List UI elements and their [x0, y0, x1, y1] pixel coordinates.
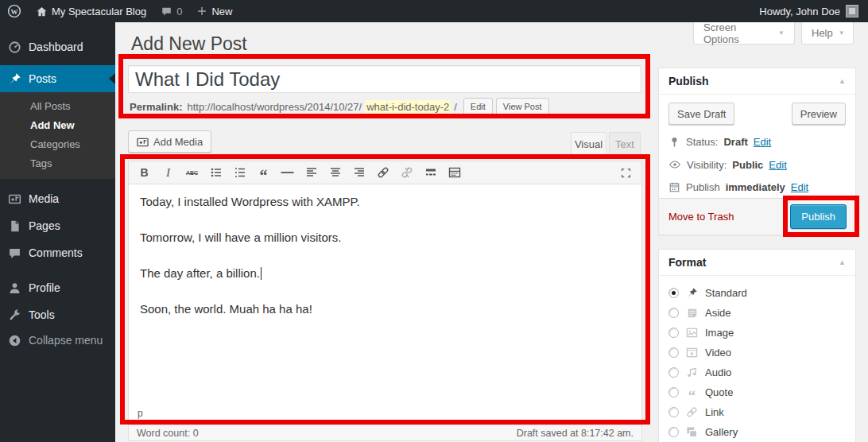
submenu-item-categories[interactable]: Categories: [0, 134, 115, 153]
view-post-button[interactable]: View Post: [496, 98, 549, 115]
publish-button[interactable]: Publish: [790, 204, 847, 229]
collapse-menu-button[interactable]: Collapse menu: [0, 327, 115, 354]
edit-status-link[interactable]: Edit: [754, 136, 771, 148]
new-label: New: [211, 6, 232, 17]
sidebar-item-pages[interactable]: Pages: [0, 212, 115, 239]
bold-icon[interactable]: B: [136, 165, 153, 181]
radio-unselected[interactable]: [668, 387, 679, 397]
radio-unselected[interactable]: [668, 407, 679, 417]
edit-permalink-button[interactable]: Edit: [463, 98, 493, 115]
sidebar-item-posts[interactable]: Posts: [0, 65, 115, 92]
publish-metabox-title: Publish: [668, 75, 709, 87]
permalink-suffix: /: [454, 101, 457, 113]
insert-link-icon[interactable]: [374, 165, 391, 181]
distraction-free-icon[interactable]: [618, 165, 634, 181]
sidebar-item-label: Dashboard: [29, 41, 83, 53]
permalink-label: Permalink:: [130, 101, 182, 113]
text-tab[interactable]: Text: [609, 132, 641, 156]
wordpress-logo-menu[interactable]: W: [0, 0, 29, 22]
collapse-icon: [8, 334, 21, 347]
format-metabox-header[interactable]: Format ▲: [659, 250, 855, 276]
format-option-aside[interactable]: Aside: [668, 303, 855, 323]
admin-bar-site-menu[interactable]: My Spectacular Blog: [29, 0, 153, 22]
format-option-video[interactable]: Video: [668, 343, 855, 363]
insert-more-tag-icon[interactable]: [422, 165, 439, 181]
format-option-standard[interactable]: Standard: [668, 283, 855, 303]
permalink-slug: what-i-did-today-2: [365, 100, 451, 114]
align-left-icon[interactable]: [303, 165, 320, 181]
collapse-toggle-icon[interactable]: ▲: [839, 258, 846, 266]
align-center-icon[interactable]: [327, 165, 343, 181]
italic-icon[interactable]: I: [160, 165, 176, 181]
admin-bar-comments[interactable]: 0: [153, 0, 189, 22]
pushpin-icon: [8, 72, 21, 86]
sidebar-item-label: Tools: [29, 308, 55, 321]
save-draft-button[interactable]: Save Draft: [668, 103, 734, 125]
screen-options-tab[interactable]: Screen Options ▼: [693, 22, 795, 45]
format-option-gallery[interactable]: Gallery: [668, 422, 855, 442]
toolbar-toggle-icon[interactable]: [446, 165, 463, 181]
collapse-toggle-icon[interactable]: ▲: [839, 77, 846, 85]
post-title-input[interactable]: [128, 65, 641, 93]
admin-bar: W My Spectacular Blog 0 New Howdy, John …: [0, 0, 868, 22]
editor-paragraph: Tomorrow, I will have a million visitors…: [140, 229, 630, 246]
editor-paragraph: The day after, a billion.: [140, 265, 630, 281]
remove-link-icon[interactable]: [398, 165, 415, 181]
format-option-image[interactable]: Image: [668, 323, 855, 343]
major-publishing-actions: Move to Trash Publish: [659, 198, 855, 235]
user-avatar[interactable]: [846, 5, 858, 17]
sidebar-item-tools[interactable]: Tools: [0, 301, 115, 328]
visual-tab[interactable]: Visual: [571, 132, 606, 156]
preview-button[interactable]: Preview: [792, 103, 846, 125]
howdy-menu[interactable]: Howdy, John Doe: [759, 0, 840, 22]
admin-bar-new-menu[interactable]: New: [189, 0, 239, 22]
align-right-icon[interactable]: [351, 165, 367, 181]
format-metabox-title: Format: [668, 256, 706, 269]
word-count: Word count: 0: [137, 428, 199, 439]
submenu-item-tags[interactable]: Tags: [0, 153, 115, 173]
editor-element-path[interactable]: p: [138, 408, 143, 419]
help-tab[interactable]: Help ▼: [801, 22, 854, 45]
comments-bubble-icon: [161, 6, 172, 17]
edit-visibility-link[interactable]: Edit: [769, 159, 786, 171]
posts-submenu: All Posts Add New Categories Tags: [0, 92, 115, 179]
submenu-item-all-posts[interactable]: All Posts: [0, 96, 115, 115]
add-media-button[interactable]: Add Media: [128, 130, 211, 153]
format-option-link[interactable]: Link: [668, 402, 855, 422]
format-option-quote[interactable]: “ Quote: [668, 382, 855, 402]
wordpress-logo-icon: W: [7, 4, 21, 18]
radio-selected[interactable]: [668, 288, 679, 298]
screen-options-label: Screen Options: [703, 21, 773, 45]
sidebar-item-dashboard[interactable]: Dashboard: [0, 33, 115, 60]
post-status-icon: [668, 136, 680, 148]
radio-unselected[interactable]: [668, 328, 679, 338]
sidebar-item-comments[interactable]: Comments: [0, 239, 115, 266]
editor-paragraph: Soon, the world. Muah ha ha ha!: [140, 300, 630, 317]
editor-content-area[interactable]: Today, I installed Wordpress with XAMPP.…: [129, 184, 641, 345]
edit-schedule-link[interactable]: Edit: [791, 181, 808, 193]
radio-unselected[interactable]: [668, 347, 679, 358]
sidebar-item-profile[interactable]: Profile: [0, 274, 115, 301]
strikethrough-icon[interactable]: ABC: [184, 165, 200, 181]
sidebar-item-media[interactable]: Media: [0, 185, 115, 212]
format-option-audio[interactable]: Audio: [668, 363, 855, 382]
bulleted-list-icon[interactable]: [207, 165, 224, 181]
schedule-value: immediately: [726, 181, 785, 193]
editor-toolbar: B I ABC “ —: [129, 161, 641, 184]
numbered-list-icon[interactable]: [231, 165, 248, 181]
visibility-row: Visibility: Public Edit: [668, 158, 846, 171]
sidebar-item-label: Profile: [29, 281, 60, 294]
howdy-text: Howdy, John Doe: [759, 6, 840, 17]
horizontal-rule-icon[interactable]: —: [279, 165, 296, 181]
status-row: Status: Draft Edit: [668, 136, 846, 148]
radio-unselected[interactable]: [668, 367, 679, 378]
submenu-item-add-new[interactable]: Add New: [0, 115, 115, 134]
move-to-trash-link[interactable]: Move to Trash: [668, 211, 734, 223]
sidebar-item-label: Comments: [29, 246, 83, 259]
radio-unselected[interactable]: [668, 427, 679, 437]
permalink-row: Permalink: http://localhost/wordpress/20…: [130, 97, 549, 116]
publish-metabox-header[interactable]: Publish ▲: [659, 68, 855, 95]
radio-unselected[interactable]: [668, 308, 679, 318]
plus-icon: [196, 6, 207, 17]
blockquote-icon[interactable]: “: [255, 161, 272, 184]
